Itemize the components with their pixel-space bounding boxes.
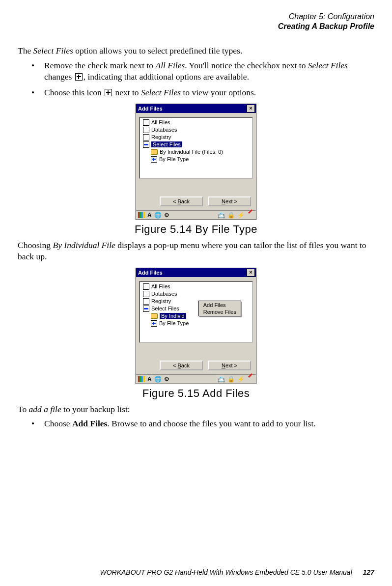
tree-item-databases[interactable]: Databases [143,126,251,134]
close-icon[interactable]: × [247,269,255,277]
tree-item-by-file-type[interactable]: By File Type [143,320,251,327]
checkbox-icon[interactable] [143,127,149,133]
tree-item-databases[interactable]: Databases [143,290,251,298]
settings-icon[interactable]: ⚙ [164,376,169,383]
checkbox-icon[interactable] [143,283,149,290]
checkbox-minus-icon[interactable] [143,306,149,312]
checkbox-icon[interactable] [143,291,149,297]
tree-item-by-individual[interactable]: By Individual File (Files: 0) [143,148,251,156]
bolt-icon[interactable]: ⚡ [237,376,245,383]
globe-icon[interactable]: 🌐 [154,212,162,219]
bullet-list: Choose Add Files. Browse to and choose t… [31,418,374,430]
globe-icon[interactable]: 🌐 [154,376,162,383]
folder-icon [151,149,158,155]
card-icon[interactable]: 📇 [218,212,225,219]
tree-item-all-files[interactable]: All Files [143,283,251,290]
figure-514: Add Files × All Files Databases Registry… [18,104,374,220]
titlebar[interactable]: Add Files × [136,104,256,113]
tree-view[interactable]: All Files Databases Registry Select File… [139,281,253,343]
plus-icon[interactable] [151,320,157,327]
lock-icon[interactable]: 🔒 [227,376,235,383]
add-files-dialog: Add Files × All Files Databases Registry… [136,104,256,220]
header-section: Creating A Backup Profile [18,22,374,31]
titlebar[interactable]: Add Files × [136,268,256,277]
close-icon[interactable]: × [247,105,255,112]
tree-item-by-file-type[interactable]: By File Type [143,156,251,163]
pen-icon[interactable] [247,376,254,383]
tree-view[interactable]: All Files Databases Registry Select File… [139,117,253,179]
add-files-dialog: Add Files × All Files Databases Registry… [136,268,256,384]
dialog-button-row: < Back Next > [136,194,256,210]
page-header: Chapter 5: Configuration Creating A Back… [18,12,374,31]
plus-icon [75,73,83,81]
bullet-item: Remove the check mark next to All Files.… [31,60,374,83]
checkbox-minus-icon[interactable] [143,141,149,148]
checkbox-icon[interactable] [143,119,149,126]
body-paragraph: Choosing By Individual File displays a p… [18,240,374,263]
plus-icon[interactable] [151,156,157,163]
checkbox-icon[interactable] [143,134,149,140]
back-button[interactable]: < Back [160,196,203,206]
plus-icon [105,89,112,96]
bullet-item: Choose this icon next to Select Files to… [31,87,374,99]
back-button[interactable]: < Back [160,361,203,370]
page-number: 127 [363,568,374,576]
tree-item-registry[interactable]: Registry [143,134,251,141]
start-icon[interactable] [138,376,145,382]
bullet-item: Choose Add Files. Browse to and choose t… [31,418,374,430]
bullet-list: Remove the check mark next to All Files.… [31,60,374,99]
dialog-title: Add Files [138,106,247,112]
figure-515: Add Files × All Files Databases Registry… [18,268,374,384]
dialog-button-row: < Back Next > [136,358,256,374]
menu-item-remove-files[interactable]: Remove Files [199,308,240,315]
tree-item-select-files[interactable]: Select Files [143,141,251,148]
tree-item-all-files[interactable]: All Files [143,119,251,126]
header-chapter: Chapter 5: Configuration [18,12,374,22]
taskbar: A 🌐 ⚙ 📇 🔒 ⚡ [136,374,256,384]
card-icon[interactable]: 📇 [218,376,225,383]
footer-text: WORKABOUT PRO G2 Hand-Held With Windows … [100,568,352,576]
settings-icon[interactable]: ⚙ [164,212,169,219]
ime-icon[interactable]: A [147,212,152,219]
lock-icon[interactable]: 🔒 [227,212,235,219]
body-paragraph: To add a file to your backup list: [18,404,374,416]
taskbar: A 🌐 ⚙ 📇 🔒 ⚡ [136,210,256,220]
page-footer: WORKABOUT PRO G2 Hand-Held With Windows … [18,568,374,576]
dialog-title: Add Files [138,270,247,276]
pen-icon[interactable] [247,212,254,219]
figure-caption: Figure 5.15 Add Files [18,387,374,400]
figure-caption: Figure 5.14 By File Type [18,223,374,236]
ime-icon[interactable]: A [147,376,152,383]
bolt-icon[interactable]: ⚡ [237,212,245,219]
context-menu[interactable]: Add Files Remove Files [198,301,241,316]
next-button[interactable]: Next > [208,361,251,370]
menu-item-add-files[interactable]: Add Files [199,302,240,308]
next-button[interactable]: Next > [208,196,251,206]
folder-icon [151,313,158,319]
start-icon[interactable] [138,212,145,218]
body-paragraph: The Select Files option allows you to se… [18,45,374,57]
checkbox-icon[interactable] [143,298,149,305]
